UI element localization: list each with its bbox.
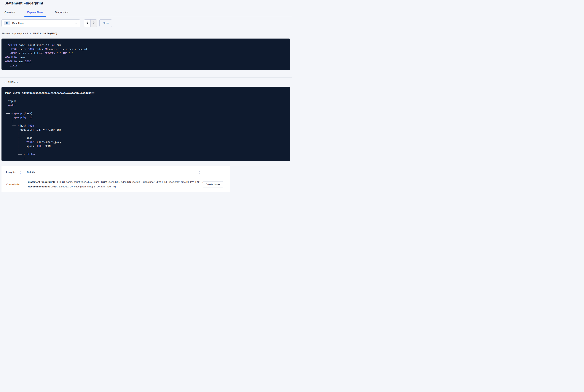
table-row: Create Index Statement Fingerprint: SELE… [1,177,230,192]
duration-badge: 1h [4,21,10,25]
plan-gist-box: Plan Gist: AgHUAQIABQAAAAHYAQIAiAEAAAADC… [1,87,290,161]
time-picker-row: 1h Past Hour Now [1,19,292,27]
insight-type-link[interactable]: Create Index [6,183,28,186]
chevron-left-icon [86,21,88,25]
sort-icon-details[interactable] [199,171,201,174]
chevron-down-icon [75,22,77,24]
column-header-insights[interactable]: Insights [6,171,15,175]
plan-gist-value: AgHUAQIABQAAAAHYAQIAiAEAAAADCQACAgAABQIL… [22,92,94,94]
insights-table-header: Insights Details [1,171,230,177]
previous-interval-button[interactable] [84,20,90,27]
time-range-value: 15:00 to 16:59 (UTC) [33,32,57,35]
time-range-label: Past Hour [12,22,24,25]
insights-table-card: Insights Details Create Index Statement … [1,166,230,192]
plan-gist-line: Plan Gist: AgHUAQIABQAAAAHYAQIAiAEAAAADC… [5,91,286,95]
recommendation-detail: Recommendation: CREATE INDEX ON rides (s… [28,184,203,189]
tab-explain-plans[interactable]: Explain Plans [24,9,46,16]
showing-range-text: Showing explain plans from 15:00 to 16:5… [1,32,292,35]
column-header-details[interactable]: Details [27,171,35,175]
tab-diagnostics[interactable]: Diagnostics [52,9,71,16]
back-link-label: All Plans [8,81,18,84]
chevron-right-icon [93,21,95,25]
fingerprint-detail: Statement Fingerprint: SELECT name, coun… [28,180,203,184]
sort-asc-icon [20,171,22,172]
sql-statement-box: SELECT name, count(rides.id) AS sum FROM… [1,38,290,70]
insight-details: Statement Fingerprint: SELECT name, coun… [28,180,203,189]
page-title: Statement Fingerprint [4,1,292,6]
now-button[interactable]: Now [99,19,112,27]
sort-asc-icon [199,171,201,172]
sort-desc-icon [20,173,22,174]
create-index-button[interactable]: Create Index [203,181,223,188]
time-range-select[interactable]: 1h Past Hour [1,19,80,27]
plan-tree: • top-k│ order│└── • group (hash) │ grou… [5,99,286,161]
all-plans-back-link[interactable]: ← All Plans [3,81,18,84]
next-interval-button[interactable] [90,20,97,27]
sort-icon-insights[interactable] [20,171,22,174]
tab-overview[interactable]: Overview [1,9,18,16]
back-arrow-icon: ← [3,81,6,84]
sort-desc-icon [199,173,201,174]
tab-bar: Overview Explain Plans Diagnostics [0,9,292,16]
time-nav-group [84,19,97,27]
